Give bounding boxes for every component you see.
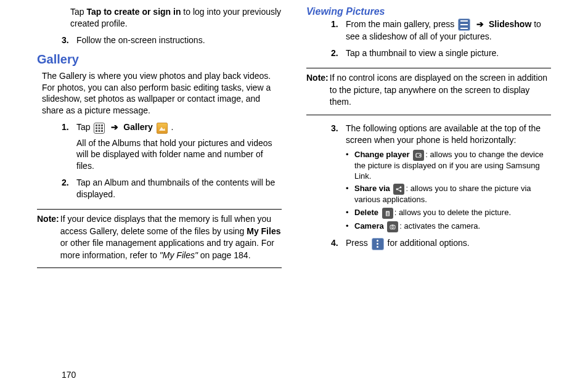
menu-icon [458, 18, 470, 31]
page-number: 170 [62, 370, 76, 380]
bullet-camera: Camera : activates the camera. [354, 221, 551, 232]
right-column: Viewing Pictures 1. From the main galler… [306, 6, 551, 268]
svg-rect-6 [96, 130, 97, 132]
gallery-heading: Gallery [37, 52, 282, 67]
svg-line-15 [397, 189, 401, 191]
step-number: 2. [331, 47, 346, 59]
gallery-step2: Tap an Album and thumbnails of the conte… [76, 177, 282, 200]
step-number: 3. [62, 35, 76, 46]
trash-icon [382, 208, 393, 219]
bullet-share-via: Share via : allows you to share the pict… [354, 184, 551, 205]
step-number: 1. [331, 18, 346, 43]
gallery-intro: The Gallery is where you view photos and… [37, 70, 282, 117]
viewing-step1: From the main gallery, press ➔ Slideshow… [346, 18, 551, 43]
svg-point-21 [392, 226, 394, 228]
gallery-step1: Tap ➔ Gallery . All of the Albu [76, 121, 282, 172]
bullet-change-player: Change player : allows you to change the… [354, 150, 551, 182]
prev-step-tail: Tap Tap to create or sign in to log into… [70, 6, 282, 30]
svg-rect-4 [99, 127, 100, 129]
viewing-step2: Tap a thumbnail to view a single picture… [346, 47, 551, 59]
change-player-icon [413, 150, 424, 161]
step-3-body: Follow the on-screen instructions. [76, 35, 282, 46]
svg-rect-8 [101, 130, 103, 132]
step-number: 1. [62, 121, 76, 172]
step-number: 4. [331, 237, 346, 250]
viewing-step4: Press for additional options. [346, 237, 551, 250]
svg-rect-22 [392, 225, 394, 226]
svg-rect-16 [386, 212, 389, 216]
viewing-pictures-heading: Viewing Pictures [306, 6, 551, 17]
arrow-icon: ➔ [476, 19, 484, 29]
step-number: 2. [62, 177, 76, 200]
gallery-icon [157, 123, 168, 134]
svg-rect-5 [101, 127, 103, 129]
step-number: 3. [331, 123, 346, 232]
svg-line-14 [397, 187, 401, 189]
apps-grid-icon [94, 123, 105, 134]
svg-rect-2 [101, 125, 103, 126]
note-memory-full: Note: If your device displays that the m… [37, 209, 282, 268]
svg-rect-0 [96, 125, 97, 126]
share-icon [393, 184, 404, 195]
camera-icon [387, 221, 398, 232]
svg-rect-17 [386, 211, 390, 212]
svg-rect-7 [99, 130, 100, 132]
overflow-menu-icon [372, 238, 384, 250]
svg-rect-20 [390, 226, 395, 229]
svg-point-10 [419, 155, 420, 156]
arrow-icon: ➔ [111, 122, 118, 132]
viewing-step3: The following options are available at t… [346, 123, 551, 232]
note-control-icons: Note: If no control icons are displayed … [306, 68, 551, 115]
svg-rect-1 [99, 125, 100, 126]
bullet-delete: Delete : allows you to delete the pictur… [354, 208, 551, 219]
left-column: Tap Tap to create or sign in to log into… [37, 6, 282, 268]
svg-rect-3 [96, 127, 97, 129]
